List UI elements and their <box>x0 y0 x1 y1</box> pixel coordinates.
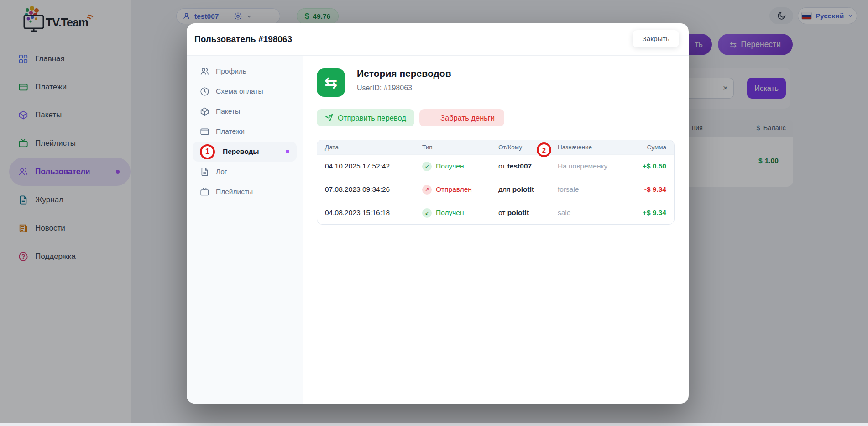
send-transfer-label: Отправить перевод <box>338 114 406 122</box>
cell-party-prefix: от <box>498 209 505 216</box>
user-details-modal: Пользователь #198063 Закрыть Профиль Схе… <box>187 23 689 404</box>
file-text-icon <box>200 167 209 177</box>
cell-party-prefix: от <box>498 162 505 170</box>
modal-nav: Профиль Схема оплаты Пакеты Платежи 1 Пе… <box>187 56 303 404</box>
column-header-amount: Сумма <box>631 144 674 151</box>
cell-purpose: sale <box>558 209 631 217</box>
modal-nav-log[interactable]: Лог <box>187 162 303 182</box>
nav-label: Профиль <box>216 67 246 75</box>
nav-label: Плейлисты <box>216 188 253 196</box>
screen: TV.Team Главная Платежи Пакеты Плейлисты… <box>0 0 868 426</box>
table-header-row: Дата Тип От/Кому Назначение Сумма <box>317 140 674 154</box>
cell-amount: +$ 0.50 <box>631 162 674 170</box>
nav-label: Платежи <box>216 127 245 136</box>
withdraw-label: Забрать деньги <box>440 114 495 122</box>
received-arrow-icon: ↙ <box>422 208 432 218</box>
bottom-strip <box>0 423 868 426</box>
cell-amount: -$ 9.34 <box>631 185 674 194</box>
cell-type: Получен <box>436 209 464 217</box>
withdraw-money-button[interactable]: Забрать деньги <box>419 109 504 126</box>
modal-nav-playlists[interactable]: Плейлисты <box>187 182 303 202</box>
cell-party: polotlt <box>507 209 529 216</box>
annotation-step-1: 1 <box>200 144 215 159</box>
cell-type: Получен <box>436 162 464 170</box>
cell-type: Отправлен <box>436 185 472 194</box>
nav-label: Лог <box>216 168 227 176</box>
table-row[interactable]: 04.10.2025 17:52:42 ↙ Получен от test007… <box>317 154 674 178</box>
users-icon <box>200 67 209 76</box>
modal-nav-profile[interactable]: Профиль <box>187 61 303 81</box>
sent-arrow-icon: ↗ <box>422 185 432 195</box>
modal-header: Пользователь #198063 Закрыть <box>187 23 689 56</box>
column-header-date: Дата <box>317 144 422 151</box>
table-row[interactable]: 07.08.2023 09:34:26 ↗ Отправлен для polo… <box>317 178 674 201</box>
transfer-icon: ⇆ <box>324 74 338 92</box>
tv-icon <box>200 187 209 197</box>
cell-purpose: На повременку <box>558 162 631 170</box>
modal-nav-transfers[interactable]: 1 Переводы <box>193 142 297 162</box>
transfers-table: Дата Тип От/Кому Назначение Сумма 04.10.… <box>317 140 675 225</box>
cell-date: 07.08.2023 09:34:26 <box>317 185 422 194</box>
close-button[interactable]: Закрыть <box>633 30 679 47</box>
modal-title: Пользователь #198063 <box>194 34 292 44</box>
modal-content: ⇆ История переводов UserID: #198063 Отпр… <box>303 56 689 404</box>
cell-date: 04.08.2023 15:16:18 <box>317 209 422 217</box>
modal-nav-payments[interactable]: Платежи <box>187 121 303 142</box>
cell-purpose: forsale <box>558 185 631 194</box>
cell-amount: +$ 9.34 <box>631 209 674 217</box>
cell-party-prefix: для <box>498 185 510 193</box>
send-transfer-button[interactable]: Отправить перевод <box>317 109 414 126</box>
cell-date: 04.10.2025 17:52:42 <box>317 162 422 170</box>
package-icon <box>200 107 209 116</box>
nav-label: Схема оплаты <box>216 87 263 95</box>
clock-icon <box>200 87 209 96</box>
nav-label: Переводы <box>223 147 259 156</box>
table-row[interactable]: 04.08.2023 15:16:18 ↙ Получен от polotlt… <box>317 201 674 224</box>
column-header-purpose: Назначение <box>558 144 631 151</box>
cell-party: test007 <box>507 162 532 170</box>
modal-nav-packages[interactable]: Пакеты <box>187 101 303 121</box>
received-arrow-icon: ↙ <box>422 162 432 171</box>
credit-card-icon <box>200 127 209 137</box>
transfers-icon-badge: ⇆ <box>317 68 345 97</box>
nav-label: Пакеты <box>216 107 240 116</box>
annotation-step-2: 2 <box>537 142 551 157</box>
cell-party: polotlt <box>512 185 534 193</box>
content-title: История переводов <box>357 68 451 79</box>
column-header-type: Тип <box>422 144 498 151</box>
paper-plane-icon <box>325 114 333 122</box>
active-indicator-dot <box>286 150 289 153</box>
content-subtitle: UserID: #198063 <box>357 84 412 92</box>
modal-nav-payment-scheme[interactable]: Схема оплаты <box>187 81 303 101</box>
